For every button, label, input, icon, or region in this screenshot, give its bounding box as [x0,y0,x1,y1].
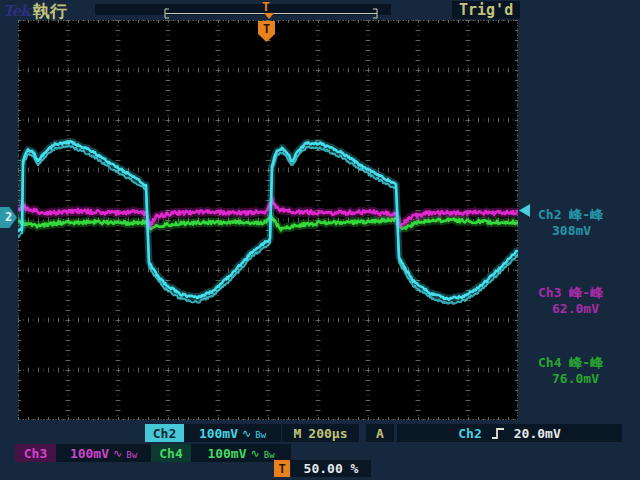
ch4-channel-tab: Ch4 [151,444,191,462]
measurement-ch4-label: Ch4 峰-峰 [538,355,638,371]
ac-coupling-icon: ∿ [251,447,260,460]
ch3-scale-value: 100mV [70,446,109,461]
tek-logo: Tek [3,2,29,20]
bandwidth-limit-icon: Bw [126,450,137,462]
record-window-bracket-icon [95,8,391,19]
ac-coupling-icon: ∿ [113,447,122,460]
ch2-ground-marker: 2 [0,207,17,228]
ch3-channel-tab: Ch3 [15,444,56,462]
bandwidth-limit-icon: Bw [255,430,266,442]
trigger-readout: Ch2 20.0mV [397,424,622,442]
waveform-display [18,20,518,420]
acquisition-mode-readout: A [366,424,394,442]
ch2-channel-tab: Ch2 [145,424,184,442]
trigger-position-small-icon: T [262,0,270,14]
measurement-ch2-pkpk: Ch2 峰-峰 308mV [538,207,638,239]
measurement-ch4-pkpk: Ch4 峰-峰 76.0mV [538,355,638,387]
measurement-ch3-value: 62.0mV [538,301,638,317]
trigger-level-arrow-icon [519,204,530,217]
measurement-ch2-label: Ch2 峰-峰 [538,207,638,223]
timebase-label: M [294,426,302,441]
timebase-readout: M 200µs [282,424,359,442]
measurement-ch4-value: 76.0mV [538,371,638,387]
ch2-scale-value: 100mV [199,426,238,441]
trigger-status: Trig'd [452,1,520,19]
measurement-ch2-value: 308mV [538,223,638,239]
timebase-value: 200µs [308,426,347,441]
oscilloscope-screen: Tek 執行 T Trig'd T 2 Ch2 峰-峰 308mV Ch3 峰-… [0,0,640,480]
ac-coupling-icon: ∿ [242,427,251,440]
trigger-source-label: Ch2 [458,426,481,441]
ch2-scale-readout: 100mV ∿ Bw [184,424,281,442]
ch4-scale-value: 100mV [207,446,246,461]
trigger-position-indicator: T [274,460,290,477]
trigger-level-value: 20.0mV [514,426,561,441]
graticule [18,20,518,420]
ch3-scale-readout: 100mV ∿ Bw [56,444,151,462]
rising-edge-icon [491,426,505,441]
trigger-position-percent: 50.00 % [291,460,371,477]
measurement-ch3-pkpk: Ch3 峰-峰 62.0mV [538,285,638,317]
measurement-ch3-label: Ch3 峰-峰 [538,285,638,301]
bandwidth-limit-icon: Bw [264,450,275,462]
record-view-bar [95,4,391,15]
